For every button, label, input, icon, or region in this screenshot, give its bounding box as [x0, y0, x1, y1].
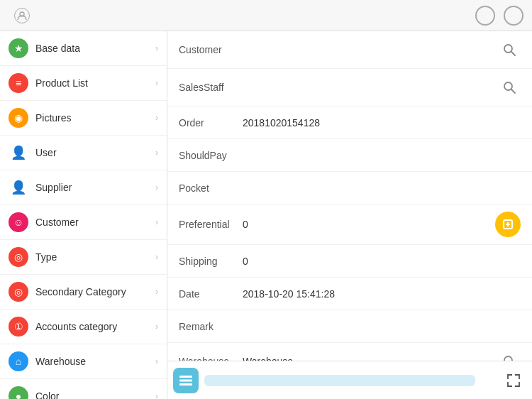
form-row-should-pay: ShouldPay	[167, 139, 532, 172]
svg-line-4	[511, 89, 515, 93]
expand-button[interactable]	[501, 368, 526, 393]
sidebar-icon-product-list: ≡	[9, 73, 28, 93]
sidebar-item-color[interactable]: ●Color›	[0, 379, 167, 399]
sidebar-chevron-user: ›	[155, 148, 158, 158]
sidebar-item-product-list[interactable]: ≡Product List›	[0, 66, 167, 101]
close-button[interactable]	[504, 6, 523, 26]
add-button[interactable]	[475, 368, 501, 393]
form-label-sales-staff: SalesStaff	[179, 82, 243, 93]
sidebar-icon-base-data: ★	[9, 38, 28, 58]
sidebar-chevron-pictures: ›	[155, 113, 158, 123]
form-row-remark: Remark	[167, 310, 532, 343]
form-label-shipping: Shipping	[179, 256, 243, 267]
form-row-sales-staff: SalesStaff	[167, 69, 532, 106]
product-list-tab-label[interactable]	[204, 375, 475, 386]
header	[0, 0, 532, 31]
sidebar-chevron-base-data: ›	[155, 43, 158, 53]
sidebar-label-product-list: Product List	[35, 77, 155, 89]
product-list-tab-icon[interactable]	[173, 368, 199, 393]
header-left	[9, 8, 30, 23]
app-container: ★Base data›≡Product List›◉Pictures›👤User…	[0, 0, 532, 399]
sidebar-item-pictures[interactable]: ◉Pictures›	[0, 101, 167, 136]
header-center	[247, 13, 258, 18]
sidebar-item-base-data[interactable]: ★Base data›	[0, 31, 167, 66]
bottom-bar	[167, 361, 532, 399]
sidebar-chevron-customer: ›	[155, 217, 158, 227]
sidebar-chevron-color: ›	[155, 391, 158, 399]
svg-rect-11	[179, 379, 192, 381]
sidebar-item-secondary-category[interactable]: ◎Secondary Category›	[0, 275, 167, 310]
sidebar-label-supplier: Supplier	[35, 182, 155, 193]
svg-rect-10	[179, 376, 192, 378]
sidebar-icon-secondary-category: ◎	[9, 282, 28, 302]
sidebar-icon-customer: ☺	[9, 212, 28, 232]
form-value-date[interactable]: 2018-10-20 15:41:28	[243, 288, 521, 300]
sidebar-icon-pictures: ◉	[9, 108, 28, 128]
sidebar-icon-type: ◎	[9, 247, 28, 267]
form-row-warehouse: WarehouseWarehouse	[167, 343, 532, 361]
form-label-preferential: Preferential	[179, 219, 243, 230]
confirm-button[interactable]	[475, 6, 495, 26]
form-search-btn-customer[interactable]	[498, 38, 521, 61]
form-area: CustomerSalesStaffOrder20181020154128Sho…	[167, 31, 532, 361]
right-panel: CustomerSalesStaffOrder20181020154128Sho…	[167, 31, 532, 399]
sidebar-chevron-supplier: ›	[155, 182, 158, 192]
svg-line-2	[511, 52, 515, 55]
form-label-customer: Customer	[179, 44, 243, 55]
back-button[interactable]	[247, 13, 258, 18]
form-value-shipping[interactable]: 0	[243, 256, 521, 267]
sidebar-label-user: User	[35, 147, 155, 158]
sidebar-icon-warehouse: ⌂	[9, 351, 28, 371]
sidebar-label-pictures: Pictures	[35, 112, 155, 124]
sidebar-label-color: Color	[35, 390, 155, 399]
form-label-order: Order	[179, 117, 243, 129]
form-row-order: Order20181020154128	[167, 106, 532, 139]
form-action-btn-preferential[interactable]	[495, 212, 521, 237]
sidebar-chevron-product-list: ›	[155, 78, 158, 88]
sidebar-chevron-accounts-category: ›	[155, 322, 158, 332]
sidebar: ★Base data›≡Product List›◉Pictures›👤User…	[0, 31, 167, 399]
form-label-date: Date	[179, 288, 243, 300]
form-label-warehouse: Warehouse	[179, 356, 243, 361]
form-value-order[interactable]: 20181020154128	[243, 117, 521, 129]
sidebar-item-user[interactable]: 👤User›	[0, 136, 167, 170]
sidebar-item-warehouse[interactable]: ⌂Warehouse›	[0, 344, 167, 379]
form-row-date: Date2018-10-20 15:41:28	[167, 278, 532, 310]
form-search-btn-warehouse[interactable]	[498, 350, 521, 361]
sidebar-icon-accounts-category: ①	[9, 317, 28, 337]
sidebar-item-supplier[interactable]: 👤Supplier›	[0, 170, 167, 205]
sidebar-label-secondary-category: Secondary Category	[35, 286, 155, 297]
sidebar-icon-color: ●	[9, 386, 28, 399]
header-right	[475, 6, 523, 26]
sidebar-item-accounts-category[interactable]: ①Accounts category›	[0, 310, 167, 344]
sidebar-chevron-type: ›	[155, 252, 158, 262]
form-row-shipping: Shipping0	[167, 245, 532, 278]
sidebar-chevron-warehouse: ›	[155, 356, 158, 366]
form-row-customer: Customer	[167, 31, 532, 69]
sidebar-label-type: Type	[35, 251, 155, 263]
sidebar-chevron-secondary-category: ›	[155, 287, 158, 297]
form-search-btn-sales-staff[interactable]	[498, 76, 521, 99]
form-label-remark: Remark	[179, 321, 243, 332]
sidebar-label-accounts-category: Accounts category	[35, 321, 155, 332]
user-icon[interactable]	[14, 8, 30, 23]
sidebar-item-type[interactable]: ◎Type›	[0, 240, 167, 275]
form-row-preferential: Preferential0	[167, 204, 532, 245]
svg-point-3	[504, 82, 512, 90]
form-value-warehouse[interactable]: Warehouse	[243, 356, 498, 361]
main-content: ★Base data›≡Product List›◉Pictures›👤User…	[0, 31, 532, 399]
svg-rect-12	[179, 383, 192, 386]
form-label-should-pay: ShouldPay	[179, 150, 243, 161]
sidebar-item-customer[interactable]: ☺Customer›	[0, 205, 167, 240]
sidebar-icon-user: 👤	[9, 143, 28, 163]
form-row-pocket: Pocket	[167, 172, 532, 204]
form-value-preferential[interactable]: 0	[243, 219, 489, 230]
sidebar-label-warehouse: Warehouse	[35, 356, 155, 367]
sidebar-label-base-data: Base data	[35, 43, 155, 54]
svg-point-1	[504, 45, 512, 53]
sidebar-label-customer: Customer	[35, 217, 155, 228]
sidebar-icon-supplier: 👤	[9, 177, 28, 197]
form-label-pocket: Pocket	[179, 182, 243, 194]
